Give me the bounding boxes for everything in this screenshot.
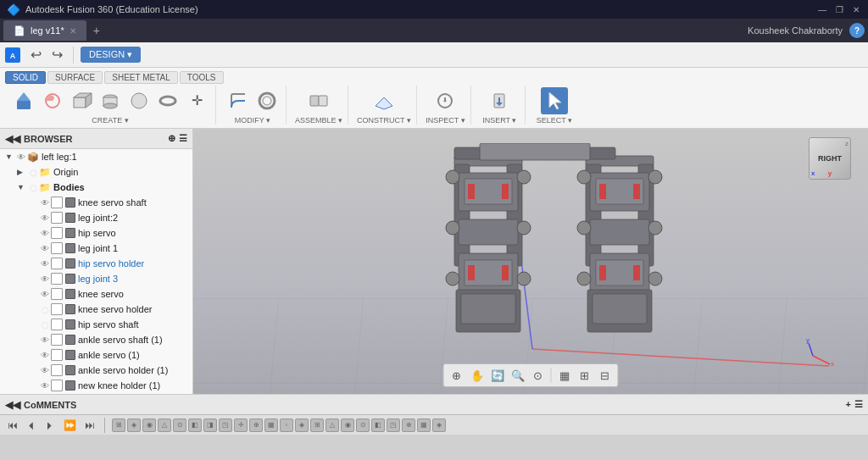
browser-add-icon[interactable]: ⊕ [168,133,175,144]
timeline-step[interactable]: ◳ [387,418,400,432]
visibility-icon[interactable]: 👁 [39,364,51,376]
timeline-step[interactable]: △ [326,418,339,432]
tree-item[interactable]: 👁leg joint 1 [0,241,192,256]
visibility-icon[interactable]: 👁 [39,334,51,346]
tree-item[interactable]: ▼◌📁Bodies [0,180,192,195]
body-checkbox[interactable] [51,242,63,254]
timeline-step[interactable]: △ [158,418,171,432]
view-cube-face[interactable]: RIGHT z y x [809,137,851,180]
timeline-step[interactable]: ◈ [432,418,446,432]
help-button[interactable]: ? [849,23,865,38]
viewport[interactable]: RIGHT z y x x y ⊕ ✋ 🔄 🔍 ⊙ ▦ ⊞ ⊟ [193,129,868,394]
body-checkbox[interactable] [51,349,63,361]
timeline-step[interactable]: ⊙ [173,418,186,432]
visibility-icon[interactable]: 👁 [39,349,51,361]
toolbar-tab-solid[interactable]: SOLID [5,71,46,84]
timeline-end-button[interactable]: ⏭ [82,418,97,432]
timeline-step[interactable]: ◈ [295,418,309,432]
tree-item[interactable]: ▶◌📁Origin [0,164,192,180]
tree-item[interactable]: 👁new knee holder (1) [0,378,192,393]
inspect-measure-icon[interactable] [431,87,459,114]
comments-settings-icon[interactable]: ☰ [854,399,863,410]
tree-item[interactable]: 👁knee servo shaft [0,195,192,210]
timeline-step[interactable]: ◈ [127,418,141,432]
timeline-step[interactable]: ◉ [341,418,354,432]
timeline-step[interactable]: ◧ [188,418,202,432]
tree-item[interactable]: 👁leg joint 3 [0,271,192,286]
visibility-icon[interactable]: ◌ [39,303,51,315]
timeline-step[interactable]: ◧ [371,418,385,432]
timeline-start-button[interactable]: ⏮ [5,418,20,432]
tree-item[interactable]: 👁knee servo [0,286,192,302]
visibility-icon[interactable]: ◌ [27,181,39,193]
vp-zoom-window-icon[interactable]: ⊙ [529,366,548,385]
visibility-icon[interactable]: 👁 [39,258,51,269]
assemble-new-component-icon[interactable] [305,87,332,114]
create-revolve-icon[interactable] [39,87,66,114]
body-checkbox[interactable] [51,334,63,346]
comments-expand-icon[interactable]: ◀◀ [5,399,20,411]
body-checkbox[interactable] [51,364,63,376]
body-checkbox[interactable] [51,319,63,330]
body-checkbox[interactable] [51,288,63,300]
tab-leg-v11[interactable]: 📄 leg v11* ✕ [3,20,86,41]
visibility-icon[interactable]: 👁 [39,288,51,300]
toolbar-tab-surface[interactable]: SURFACE [47,71,103,84]
vp-zoom-icon[interactable]: 🔍 [509,366,527,385]
timeline-step[interactable]: ⊞ [112,418,125,432]
select-icon[interactable] [541,87,568,114]
visibility-icon[interactable]: 👁 [39,242,51,254]
timeline-step[interactable]: ⊞ [310,418,324,432]
close-button[interactable]: ✕ [851,4,861,14]
timeline-step[interactable]: ⊕ [249,418,263,432]
visibility-icon[interactable]: ◌ [39,319,51,330]
create-sphere-icon[interactable] [125,87,153,114]
tree-item[interactable]: 👁hip servo holder [0,256,192,271]
visibility-icon[interactable]: 👁 [39,273,51,285]
tree-item[interactable]: ◌hip servo shaft [0,317,192,332]
construct-plane-icon[interactable] [370,87,398,114]
design-workspace-button[interactable]: DESIGN ▾ [81,47,141,63]
vp-grid-icon[interactable]: ⊟ [596,366,615,385]
redo-button[interactable]: ↪ [48,45,66,64]
tree-item[interactable]: ◌knee servo holder [0,302,192,317]
tree-item[interactable]: 👁ankle servo shaft (1) [0,332,192,347]
visibility-icon[interactable]: 👁 [39,212,51,224]
tree-item[interactable]: 👁joint4 (1) [0,393,192,394]
vp-pan-icon[interactable]: ✋ [468,366,487,385]
visibility-icon[interactable]: 👁 [39,227,51,239]
timeline-step[interactable]: ◉ [142,418,156,432]
timeline-step[interactable]: ▦ [264,418,278,432]
minimize-button[interactable]: — [817,4,827,14]
comments-add-icon[interactable]: + [846,399,851,410]
view-cube[interactable]: RIGHT z y x [809,137,860,188]
body-checkbox[interactable] [51,273,63,285]
create-box-icon[interactable] [68,87,95,114]
vp-display-mode-icon[interactable]: ▦ [555,366,574,385]
vp-home-icon[interactable]: ⊕ [448,366,466,385]
timeline-step[interactable]: ⊙ [356,418,370,432]
insert-icon[interactable] [486,87,513,114]
browser-settings-icon[interactable]: ☰ [179,133,187,144]
tree-item[interactable]: 👁ankle servo holder (1) [0,363,192,378]
new-tab-button[interactable]: + [86,20,107,41]
timeline-step[interactable]: ◦ [280,418,293,432]
timeline-prev-button[interactable]: ⏴ [24,418,39,432]
create-extrude-icon[interactable] [10,87,37,114]
modify-shell-icon[interactable] [253,87,281,114]
timeline-step[interactable]: ⊕ [402,418,415,432]
undo-button[interactable]: ↩ [27,45,45,64]
body-checkbox[interactable] [51,197,63,208]
timeline-step[interactable]: ▦ [417,418,431,432]
create-move-icon[interactable]: ✛ [183,87,210,114]
visibility-icon[interactable]: ◌ [27,166,39,178]
timeline-step[interactable]: ◳ [219,418,232,432]
modify-fillet-icon[interactable] [225,87,252,114]
timeline-step[interactable]: ◨ [203,418,217,432]
body-checkbox[interactable] [51,227,63,239]
maximize-button[interactable]: ❐ [834,4,844,14]
visibility-icon[interactable]: 👁 [39,380,51,391]
body-checkbox[interactable] [51,258,63,269]
vp-orbit-icon[interactable]: 🔄 [488,366,507,385]
timeline-play-button[interactable]: ⏵ [42,418,58,432]
